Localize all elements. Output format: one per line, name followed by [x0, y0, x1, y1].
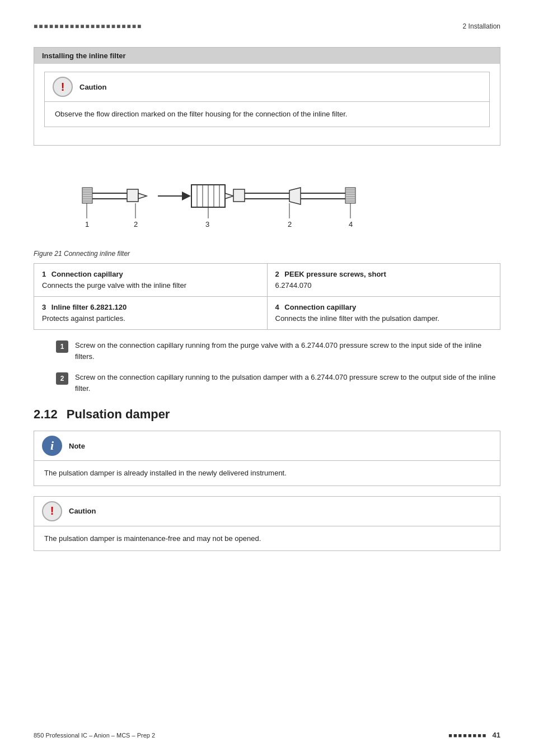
steps-container: 1 Screw on the connection capillary runn… — [34, 340, 500, 394]
svg-rect-9 — [127, 189, 138, 202]
footer: 850 Professional IC – Anion – MCS – Prep… — [34, 731, 500, 739]
step-1-num: 1 — [56, 340, 68, 353]
pulsation-caution-icon: ! — [42, 501, 62, 521]
note-label: Note — [69, 442, 85, 450]
svg-text:1: 1 — [85, 220, 89, 228]
footer-page: 41 — [493, 731, 500, 739]
note-box: i Note The pulsation damper is already i… — [34, 431, 500, 486]
caution-box: ! Caution Observe the flow direction mar… — [44, 72, 490, 127]
parts-table: 1 Connection capillary Connects the purg… — [34, 263, 500, 330]
section-content: ! Caution Observe the flow direction mar… — [34, 64, 500, 145]
header-dots: ■■■■■■■■■■■■■■■■■■■■■ — [34, 22, 142, 30]
figure-svg-container: 1 2 3 2 4 — [34, 157, 500, 246]
figure-svg: 1 2 3 2 4 — [71, 157, 463, 246]
part-4-cell: 4 Connection capillary Connects the inli… — [267, 296, 500, 329]
svg-marker-22 — [289, 188, 301, 204]
part-2-desc: 6.2744.070 — [275, 281, 493, 291]
header: ■■■■■■■■■■■■■■■■■■■■■ 2 Installation — [34, 22, 500, 30]
section-title: Installing the inline filter — [34, 48, 500, 64]
svg-rect-19 — [233, 189, 245, 202]
pulsation-caution-header: ! Caution — [34, 497, 500, 526]
svg-marker-10 — [138, 193, 147, 199]
step-1: 1 Screw on the connection capillary runn… — [56, 340, 500, 362]
figure-caption: Figure 21 Connecting inline filter — [34, 250, 130, 258]
svg-text:3: 3 — [205, 220, 209, 228]
section-title-text: Pulsation damper — [67, 407, 170, 422]
pulsation-caution-body: The pulsation damper is maintenance-free… — [34, 526, 500, 551]
svg-text:4: 4 — [349, 220, 353, 228]
part-3-cell: 3 Inline filter 6.2821.120 Protects agai… — [34, 296, 268, 329]
svg-text:2: 2 — [288, 220, 292, 228]
part-2-title: PEEK pressure screws, short — [284, 270, 386, 278]
header-chapter: 2 Installation — [463, 22, 500, 30]
caution-header: ! Caution — [45, 72, 489, 102]
page: ■■■■■■■■■■■■■■■■■■■■■ 2 Installation Ins… — [0, 0, 534, 756]
part-2-num: 2 — [275, 269, 279, 279]
pulsation-caution-label: Caution — [69, 507, 96, 515]
caution-icon: ! — [53, 77, 73, 97]
part-4-desc: Connects the inline filter with the puls… — [275, 314, 493, 324]
part-3-title: Inline filter 6.2821.120 — [51, 303, 127, 311]
part-3-desc: Protects against particles. — [42, 314, 259, 324]
part-1-cell: 1 Connection capillary Connects the purg… — [34, 263, 268, 296]
step-1-text: Screw on the connection capillary runnin… — [75, 340, 500, 362]
part-2-cell: 2 PEEK pressure screws, short 6.2744.070 — [267, 263, 500, 296]
part-4-num: 4 — [275, 302, 279, 312]
svg-text:2: 2 — [134, 220, 138, 228]
note-icon: i — [42, 436, 62, 456]
caution-body: Observe the flow direction marked on the… — [45, 102, 489, 127]
part-1-num: 1 — [42, 269, 46, 279]
note-body: The pulsation damper is already installe… — [34, 461, 500, 486]
installing-inline-filter-box: Installing the inline filter ! Caution O… — [34, 47, 500, 146]
part-4-title: Connection capillary — [284, 303, 356, 311]
part-1-title: Connection capillary — [51, 270, 123, 278]
step-2: 2 Screw on the connection capillary runn… — [56, 372, 500, 394]
footer-product: 850 Professional IC – Anion – MCS – Prep… — [34, 732, 155, 739]
section-number: 2.12 — [34, 407, 58, 422]
part-3-num: 3 — [42, 302, 46, 312]
svg-marker-18 — [225, 193, 233, 199]
figure-area: 1 2 3 2 4 Figure 21 Connecting inline fi… — [34, 157, 500, 258]
step-2-num: 2 — [56, 372, 68, 385]
part-1-desc: Connects the purge valve with the inline… — [42, 281, 259, 291]
step-2-text: Screw on the connection capillary runnin… — [75, 372, 500, 394]
pulsation-caution-box: ! Caution The pulsation damper is mainte… — [34, 496, 500, 552]
caution-label: Caution — [79, 83, 106, 91]
pulsation-damper-heading: 2.12 Pulsation damper — [34, 407, 500, 422]
note-header: i Note — [34, 431, 500, 461]
footer-dots: ■■■■■■■■ — [448, 732, 487, 739]
